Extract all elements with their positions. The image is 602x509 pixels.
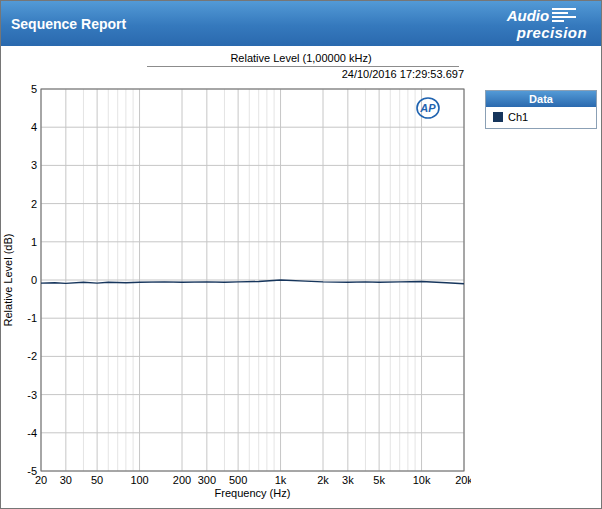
x-tick-label: 3k <box>342 474 354 486</box>
y-tick-label: 5 <box>31 83 37 95</box>
y-tick-label: -3 <box>27 389 37 401</box>
x-tick-label: 500 <box>229 474 247 486</box>
x-tick-label: 5k <box>373 474 385 486</box>
y-tick-label: -5 <box>27 465 37 477</box>
x-tick-label: 50 <box>91 474 103 486</box>
legend-item-label: Ch1 <box>508 111 528 123</box>
legend-item-ch1[interactable]: Ch1 <box>486 107 596 128</box>
sequence-report-window: Sequence Report Audio precision Relative… <box>0 0 602 509</box>
x-tick-label: 30 <box>60 474 72 486</box>
x-tick-label: 10k <box>413 474 431 486</box>
x-tick-label: 100 <box>130 474 148 486</box>
window-title: Sequence Report <box>11 16 126 32</box>
logo-text-audio: Audio <box>507 8 550 23</box>
y-tick-label: -4 <box>27 427 37 439</box>
y-tick-label: 3 <box>31 159 37 171</box>
logo-bars-icon <box>552 8 576 22</box>
legend-swatch <box>493 112 503 122</box>
chart-svg: 2030501002003005001k2k3k5k10k20k543210-1… <box>1 81 471 505</box>
y-tick-label: -2 <box>27 350 37 362</box>
x-tick-label: 1k <box>275 474 287 486</box>
chart-title: Relative Level (1,00000 kHz) <box>1 52 601 64</box>
title-rule <box>147 66 459 67</box>
y-tick-label: 2 <box>31 198 37 210</box>
y-tick-label: 1 <box>31 236 37 248</box>
legend: Data Ch1 <box>485 90 597 129</box>
window-header: Sequence Report Audio precision <box>1 1 601 46</box>
x-tick-label: 200 <box>173 474 191 486</box>
x-axis-label: Frequency (Hz) <box>215 487 291 499</box>
y-tick-label: 0 <box>31 274 37 286</box>
logo-text-precision: precision <box>507 25 587 40</box>
x-tick-label: 300 <box>198 474 216 486</box>
y-tick-label: -1 <box>27 312 37 324</box>
audio-precision-logo: Audio precision <box>507 8 591 40</box>
legend-header: Data <box>486 91 596 107</box>
x-tick-label: 20k <box>455 474 471 486</box>
ap-badge-text: AP <box>419 102 436 114</box>
chart-timestamp: 24/10/2016 17:29:53.697 <box>164 68 464 80</box>
y-tick-label: 4 <box>31 121 37 133</box>
y-axis-label: Relative Level (dB) <box>2 234 14 327</box>
x-tick-label: 2k <box>317 474 329 486</box>
